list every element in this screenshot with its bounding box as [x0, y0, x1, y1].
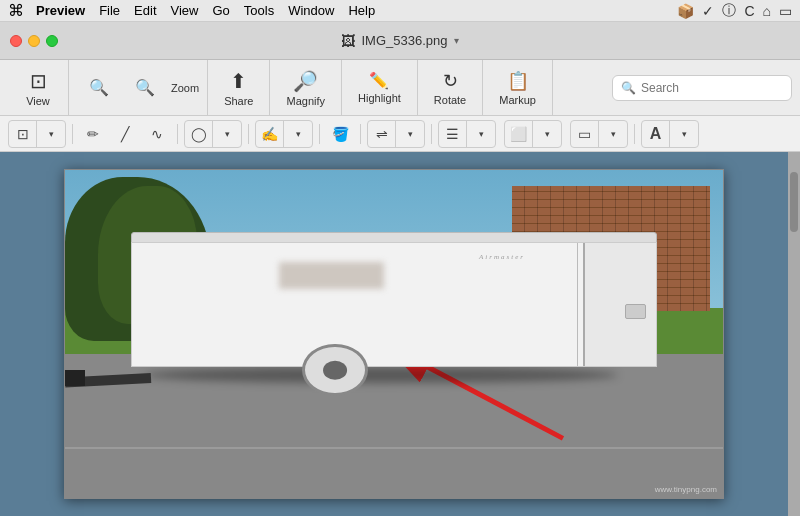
home-icon[interactable]: ⌂	[763, 3, 771, 19]
main-toolbar: ⊡ View 🔍 🔍 Zoom ⬆ Share 🔎 Magnify ✏️ Hig…	[0, 60, 800, 116]
sign-tool-group: ✍ ▾	[255, 120, 313, 148]
menu-help[interactable]: Help	[348, 3, 375, 18]
road-marking	[65, 447, 723, 449]
title-chevron-icon[interactable]: ▾	[454, 35, 459, 46]
dropbox-icon[interactable]: 📦	[677, 3, 694, 19]
maximize-button[interactable]	[46, 35, 58, 47]
vertical-scrollbar[interactable]	[788, 152, 800, 516]
toolbar-separator-4	[319, 124, 320, 144]
photo-display: Airmaster	[64, 169, 724, 499]
toolbar-separator-6	[431, 124, 432, 144]
curve-tool-button[interactable]: ∿	[143, 121, 171, 147]
title-bar: 🖼 IMG_5336.png ▾	[0, 22, 800, 60]
toolbar-separator-7	[634, 124, 635, 144]
text-button[interactable]: A	[642, 121, 670, 147]
search-input[interactable]	[641, 81, 781, 95]
magnify-label: Magnify	[286, 95, 325, 107]
menu-tools[interactable]: Tools	[244, 3, 274, 18]
toolbar-rotate-group: ↻ Rotate	[418, 60, 483, 115]
fill2-tool-group: ▭ ▾	[570, 120, 628, 148]
markup-icon: 📋	[507, 70, 529, 92]
sketch-tool-button[interactable]: ✏	[79, 121, 107, 147]
selection-tool-group: ⊡ ▾	[8, 120, 66, 148]
menu-file[interactable]: File	[99, 3, 120, 18]
minimize-button[interactable]	[28, 35, 40, 47]
sign-button[interactable]: ✍	[256, 121, 284, 147]
text-tool-group: A ▾	[641, 120, 699, 148]
toolbar-separator-3	[248, 124, 249, 144]
text-dropdown-button[interactable]: ▾	[670, 121, 698, 147]
zoom-label: Zoom	[171, 82, 199, 94]
blur-plate	[279, 262, 384, 289]
rotate-icon: ↻	[443, 70, 458, 92]
share-label: Share	[224, 95, 253, 107]
toolbar-magnify-group: 🔎 Magnify	[270, 60, 342, 115]
shape-dropdown-button[interactable]: ▾	[213, 121, 241, 147]
adjust-tool-group: ⇌ ▾	[367, 120, 425, 148]
image-viewer[interactable]: Airmaster	[0, 152, 788, 516]
trailer-wheel	[302, 344, 368, 396]
rotate-button[interactable]: ↻ Rotate	[426, 66, 474, 110]
menu-edit[interactable]: Edit	[134, 3, 156, 18]
file-icon: 🖼	[341, 33, 355, 49]
fill2-dropdown-button[interactable]: ▾	[599, 121, 627, 147]
border-dropdown-button[interactable]: ▾	[533, 121, 561, 147]
shape-button[interactable]: ◯	[185, 121, 213, 147]
lines-dropdown-button[interactable]: ▾	[467, 121, 495, 147]
toolbar-separator-1	[72, 124, 73, 144]
rotate-label: Rotate	[434, 94, 466, 106]
c-icon[interactable]: C	[744, 3, 754, 19]
zoom-out-icon: 🔍	[89, 78, 109, 97]
scrollbar-thumb[interactable]	[790, 172, 798, 232]
toolbar-highlight-group: ✏️ Highlight	[342, 60, 418, 115]
zoom-in-button[interactable]: 🔍	[123, 74, 167, 101]
magnify-icon: 🔎	[293, 69, 318, 93]
markup-label: Markup	[499, 94, 536, 106]
toolbar-view-group: ⊡ View	[8, 60, 69, 115]
share-button[interactable]: ⬆ Share	[216, 65, 261, 111]
trailer-body: Airmaster	[131, 242, 657, 367]
adjust-button[interactable]: ⇌	[368, 121, 396, 147]
menu-window[interactable]: Window	[288, 3, 334, 18]
menubar-right-icons: 📦 ✓ ⓘ C ⌂ ▭	[677, 2, 792, 20]
markup-button[interactable]: 📋 Markup	[491, 66, 544, 110]
highlight-icon: ✏️	[369, 71, 389, 90]
menu-preview[interactable]: Preview	[36, 3, 85, 18]
lines-button[interactable]: ☰	[439, 121, 467, 147]
toolbar-separator-5	[360, 124, 361, 144]
fill-tool-button[interactable]: 🪣	[326, 121, 354, 147]
check-icon[interactable]: ✓	[702, 3, 714, 19]
highlight-button[interactable]: ✏️ Highlight	[350, 67, 409, 108]
view-icon: ⊡	[30, 69, 47, 93]
view-label: View	[26, 95, 50, 107]
info-icon[interactable]: ⓘ	[722, 2, 736, 20]
border-button[interactable]: ⬜	[505, 121, 533, 147]
search-box[interactable]: 🔍	[612, 75, 792, 101]
select-dropdown-button[interactable]: ▾	[37, 121, 65, 147]
adjust-dropdown-button[interactable]: ▾	[396, 121, 424, 147]
shape-tool-group: ◯ ▾	[184, 120, 242, 148]
share-icon: ⬆	[230, 69, 247, 93]
toolbar-markup-group: 📋 Markup	[483, 60, 553, 115]
magnify-button[interactable]: 🔎 Magnify	[278, 65, 333, 111]
close-button[interactable]	[10, 35, 22, 47]
fill2-button[interactable]: ▭	[571, 121, 599, 147]
zoom-out-button[interactable]: 🔍	[77, 74, 121, 101]
border-tool-group: ⬜ ▾	[504, 120, 562, 148]
trailer-seam	[577, 243, 578, 366]
menu-go[interactable]: Go	[212, 3, 229, 18]
menu-view[interactable]: View	[171, 3, 199, 18]
airplay-icon[interactable]: ▭	[779, 3, 792, 19]
line-tool-button[interactable]: ╱	[111, 121, 139, 147]
apple-menu[interactable]: ⌘	[8, 1, 24, 20]
trailer-brand: Airmaster	[479, 253, 525, 261]
trailer-shadow	[144, 367, 618, 383]
trailer-hitch-ball	[65, 370, 85, 386]
content-area: Airmaster	[0, 152, 800, 516]
sign-dropdown-button[interactable]: ▾	[284, 121, 312, 147]
view-button[interactable]: ⊡ View	[16, 65, 60, 111]
scene: Airmaster	[65, 170, 723, 498]
toolbar-separator-2	[177, 124, 178, 144]
search-icon: 🔍	[621, 81, 636, 95]
rect-select-button[interactable]: ⊡	[9, 121, 37, 147]
